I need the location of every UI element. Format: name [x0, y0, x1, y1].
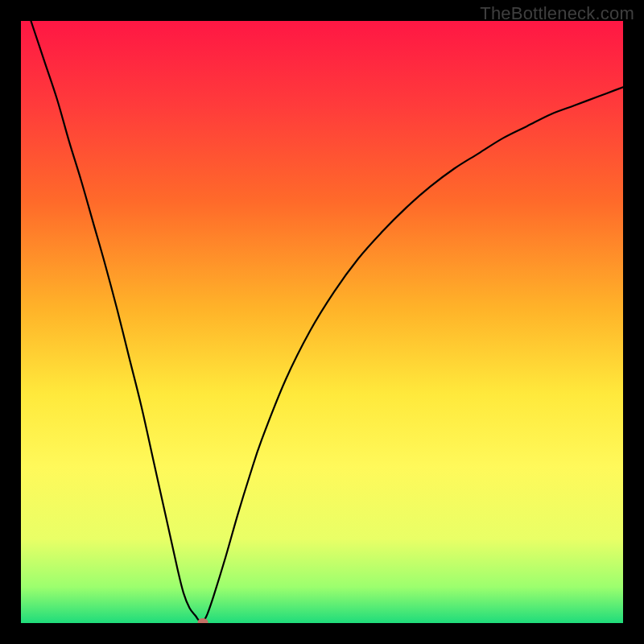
- watermark-text: TheBottleneck.com: [480, 3, 634, 24]
- optimum-marker: [197, 618, 208, 624]
- bottleneck-curve: [21, 21, 623, 623]
- plot-area: [21, 21, 623, 623]
- chart-frame: TheBottleneck.com: [0, 0, 644, 644]
